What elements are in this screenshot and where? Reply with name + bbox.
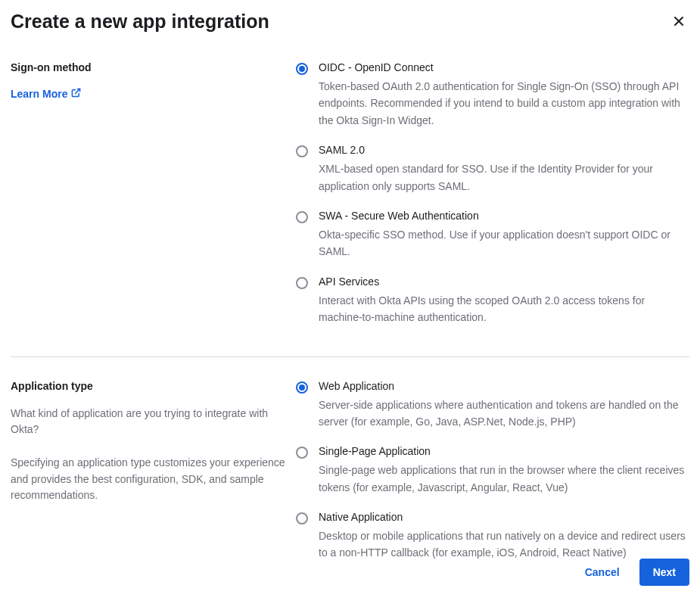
radio-saml-content: SAML 2.0 XML-based open standard for SSO… [319,144,689,195]
radio-saml-desc: XML-based open standard for SSO. Use if … [319,160,689,195]
radio-option-oidc[interactable]: OIDC - OpenID Connect Token-based OAuth … [296,61,689,129]
close-button[interactable] [671,14,686,31]
radio-option-native[interactable]: Native Application Desktop or mobile app… [296,511,689,562]
cancel-button[interactable]: Cancel [582,559,623,586]
close-icon [673,18,685,30]
radio-oidc-input[interactable] [296,63,308,75]
radio-native-content: Native Application Desktop or mobile app… [319,511,689,562]
radio-api-desc: Interact with Okta APIs using the scoped… [319,292,689,326]
section-divider [11,356,689,357]
radio-native-title: Native Application [319,511,689,523]
sign-on-method-label: Sign-on method [11,61,287,73]
dialog-title: Create a new app integration [11,11,689,33]
radio-oidc-title: OIDC - OpenID Connect [319,61,689,73]
radio-option-swa[interactable]: SWA - Secure Web Authentication Okta-spe… [296,210,689,260]
radio-oidc-content: OIDC - OpenID Connect Token-based OAuth … [319,61,689,129]
radio-web-input[interactable] [296,381,308,394]
radio-spa-desc: Single-page web applications that run in… [319,462,689,496]
application-type-left: Application type What kind of applicatio… [11,380,287,562]
application-type-options: Web Application Server-side applications… [296,380,689,562]
radio-swa-desc: Okta-specific SSO method. Use if your ap… [319,226,689,260]
radio-web-title: Web Application [319,380,689,392]
sign-on-method-options: OIDC - OpenID Connect Token-based OAuth … [296,61,689,326]
radio-swa-input[interactable] [296,211,308,223]
application-type-helper-1: What kind of application are you trying … [11,406,287,438]
radio-api-title: API Services [319,275,689,288]
application-type-label: Application type [11,380,287,392]
radio-native-input[interactable] [296,512,308,525]
application-type-section: Application type What kind of applicatio… [11,380,689,586]
radio-oidc-desc: Token-based OAuth 2.0 authentication for… [319,78,689,129]
sign-on-method-section: Sign-on method Learn More OIDC - OpenID … [11,61,689,350]
radio-saml-input[interactable] [296,145,308,157]
radio-web-content: Web Application Server-side applications… [319,380,689,431]
radio-option-saml[interactable]: SAML 2.0 XML-based open standard for SSO… [296,144,689,195]
radio-web-desc: Server-side applications where authentic… [319,397,689,431]
radio-spa-content: Single-Page Application Single-page web … [319,445,689,496]
application-type-helper-2: Specifying an application type customize… [11,455,287,504]
learn-more-link[interactable]: Learn More [11,88,81,100]
radio-spa-title: Single-Page Application [319,445,689,457]
radio-swa-content: SWA - Secure Web Authentication Okta-spe… [319,210,689,260]
radio-api-input[interactable] [296,277,308,289]
radio-swa-title: SWA - Secure Web Authentication [319,210,689,222]
dialog-footer: Cancel Next [582,559,689,586]
external-link-icon [71,88,81,100]
create-app-integration-dialog: Create a new app integration Sign-on met… [0,0,700,596]
next-button[interactable]: Next [639,559,689,586]
radio-option-web[interactable]: Web Application Server-side applications… [296,380,689,431]
radio-option-api[interactable]: API Services Interact with Okta APIs usi… [296,275,689,326]
radio-saml-title: SAML 2.0 [319,144,689,156]
radio-native-desc: Desktop or mobile applications that run … [319,528,689,562]
learn-more-text: Learn More [11,88,67,100]
radio-option-spa[interactable]: Single-Page Application Single-page web … [296,445,689,496]
sign-on-method-left: Sign-on method Learn More [11,61,287,326]
radio-spa-input[interactable] [296,447,308,459]
radio-api-content: API Services Interact with Okta APIs usi… [319,275,689,326]
